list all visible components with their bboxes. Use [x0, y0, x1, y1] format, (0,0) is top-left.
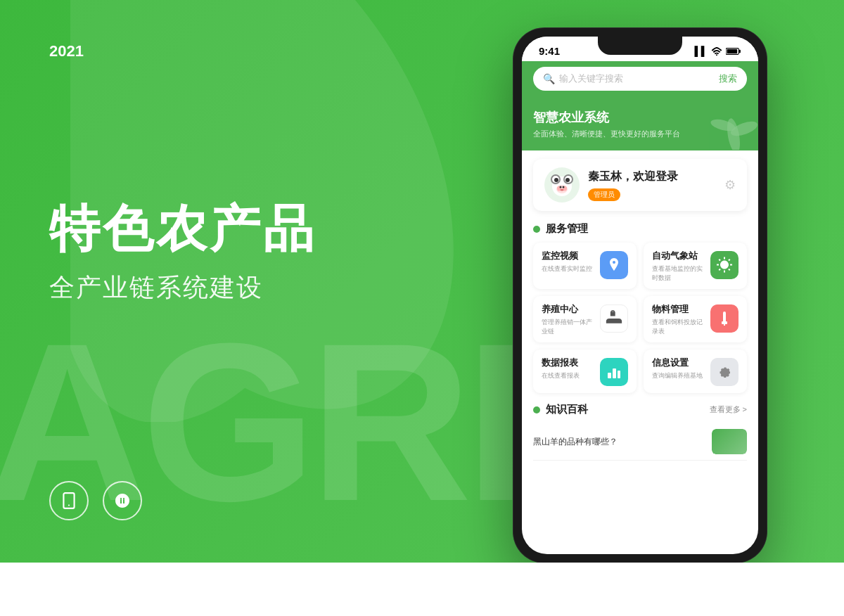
service-name-breeding: 养殖中心	[542, 303, 594, 316]
service-grid: 监控视频 在线查看实时监控	[522, 243, 758, 393]
service-desc-weather: 查看基地监控的实时数据	[652, 264, 705, 282]
svg-point-24	[561, 189, 564, 191]
right-content: 9:41 ▌▌	[436, 0, 844, 563]
svg-point-23	[563, 186, 565, 188]
hero-banner: 智慧农业系统 全面体验、清晰便捷、更快更好的服务平台	[522, 101, 758, 150]
knowledge-item-1[interactable]: 黑山羊的品种有哪些？	[533, 423, 747, 461]
user-name: 秦玉林，欢迎登录	[588, 169, 724, 184]
knowledge-title-1: 黑山羊的品种有哪些？	[533, 436, 705, 448]
svg-rect-28	[724, 323, 725, 326]
service-text-reports: 数据报表 在线查看报表	[542, 357, 594, 380]
svg-rect-29	[608, 373, 611, 378]
knowledge-section-title: 知识百科	[546, 403, 588, 416]
search-input-row[interactable]: 🔍 输入关键字搜索 搜索	[533, 67, 747, 91]
svg-point-22	[560, 186, 562, 188]
signal-icon: ▌▌	[695, 46, 708, 56]
svg-rect-6	[739, 49, 741, 52]
icon-row	[49, 453, 394, 520]
svg-point-4	[716, 54, 717, 56]
user-avatar	[544, 167, 580, 203]
white-section	[0, 563, 844, 616]
syringe-icon	[717, 310, 732, 327]
svg-point-27	[723, 315, 726, 318]
app-content: 🔍 输入关键字搜索 搜索 智慧农业系统 全面体验、清晰便捷、更快更好的服务平台	[522, 61, 758, 554]
user-role-badge: 管理员	[588, 188, 620, 201]
service-section-title: 服务管理	[546, 222, 588, 236]
service-text-materials: 物料管理 查看和饲料投放记录表	[652, 303, 705, 335]
svg-rect-7	[727, 49, 737, 53]
phone-notch	[598, 37, 682, 55]
main-title: 特色农产品	[49, 201, 394, 257]
service-item-settings[interactable]: 信息设置 查询编辑养殖基地	[644, 349, 747, 393]
service-text-weather: 自动气象站 查看基地监控的实时数据	[652, 250, 705, 282]
service-item-reports[interactable]: 数据报表 在线查看报表	[533, 349, 637, 393]
year-badge: 2021	[49, 42, 394, 60]
knowledge-dot	[533, 406, 540, 413]
gear-icon	[717, 364, 732, 380]
service-name-reports: 数据报表	[542, 357, 594, 369]
service-item-materials[interactable]: 物料管理 查看和饲料投放记录表	[644, 296, 747, 342]
service-text-monitor: 监控视频 在线查看实时监控	[542, 250, 594, 274]
service-desc-breeding: 管理养殖销一体产业链	[542, 318, 594, 335]
svg-rect-30	[613, 368, 616, 378]
settings-icon-box	[710, 358, 738, 386]
knowledge-thumb-1	[712, 429, 747, 454]
user-info: 秦玉林，欢迎登录 管理员	[588, 169, 724, 201]
service-desc-reports: 在线查看报表	[542, 371, 594, 380]
service-item-monitor[interactable]: 监控视频 在线查看实时监控	[533, 243, 637, 289]
left-content: 2021 特色农产品 全产业链系统建设	[0, 0, 436, 563]
wifi-icon	[711, 47, 722, 56]
sub-title: 全产业链系统建设	[49, 271, 394, 305]
service-text-settings: 信息设置 查询编辑养殖基地	[652, 357, 705, 380]
search-icon: 🔍	[543, 73, 555, 84]
materials-icon-box	[710, 304, 738, 333]
service-item-breeding[interactable]: 养殖中心 管理养殖销一体产业链	[533, 296, 637, 342]
weather-icon	[716, 257, 733, 274]
svg-point-17	[554, 178, 558, 182]
monitor-icon	[606, 257, 622, 274]
search-bar: 🔍 输入关键字搜索 搜索	[522, 61, 758, 101]
goat-icon	[604, 310, 624, 327]
status-icons: ▌▌	[695, 46, 741, 56]
service-name-monitor: 监控视频	[542, 250, 594, 262]
service-desc-settings: 查询编辑养殖基地	[652, 371, 705, 380]
phone-mockup: 9:41 ▌▌	[513, 28, 767, 563]
weather-icon-box	[710, 251, 738, 279]
knowledge-section: 知识百科 查看更多 > 黑山羊的品种有哪些？	[522, 393, 758, 461]
knowledge-more[interactable]: 查看更多 >	[710, 404, 747, 415]
avatar-illustration	[545, 168, 579, 202]
svg-point-18	[565, 178, 570, 182]
user-card: 秦玉林，欢迎登录 管理员 ⚙	[533, 159, 747, 211]
service-name-settings: 信息设置	[652, 357, 705, 369]
service-text-breeding: 养殖中心 管理养殖销一体产业链	[542, 303, 594, 335]
service-section-header: 服务管理	[522, 219, 758, 243]
search-button[interactable]: 搜索	[719, 72, 737, 85]
phone-circle-icon[interactable]	[49, 481, 89, 520]
battery-icon	[726, 47, 741, 56]
phone-inner: 9:41 ▌▌	[522, 37, 758, 554]
service-item-weather[interactable]: 自动气象站 查看基地监控的实时数据	[644, 243, 747, 289]
chart-icon	[606, 364, 622, 380]
monitor-icon-box	[600, 251, 628, 279]
service-name-weather: 自动气象站	[652, 250, 705, 262]
section-dot	[533, 226, 540, 233]
reports-icon-box	[600, 358, 628, 386]
miniprogram-circle-icon[interactable]	[103, 481, 142, 520]
breeding-icon-box	[600, 304, 628, 333]
service-name-materials: 物料管理	[652, 303, 705, 316]
svg-rect-31	[618, 371, 620, 378]
service-desc-monitor: 在线查看实时监控	[542, 264, 594, 274]
search-placeholder-text: 输入关键字搜索	[559, 72, 719, 85]
settings-icon[interactable]: ⚙	[724, 177, 736, 193]
service-desc-materials: 查看和饲料投放记录表	[652, 318, 705, 335]
page-wrapper: AGRI 2021 特色农产品 全产业链系统建设	[0, 0, 844, 616]
status-time: 9:41	[539, 45, 560, 57]
green-section: AGRI 2021 特色农产品 全产业链系统建设	[0, 0, 844, 563]
banner-decoration	[709, 101, 758, 150]
